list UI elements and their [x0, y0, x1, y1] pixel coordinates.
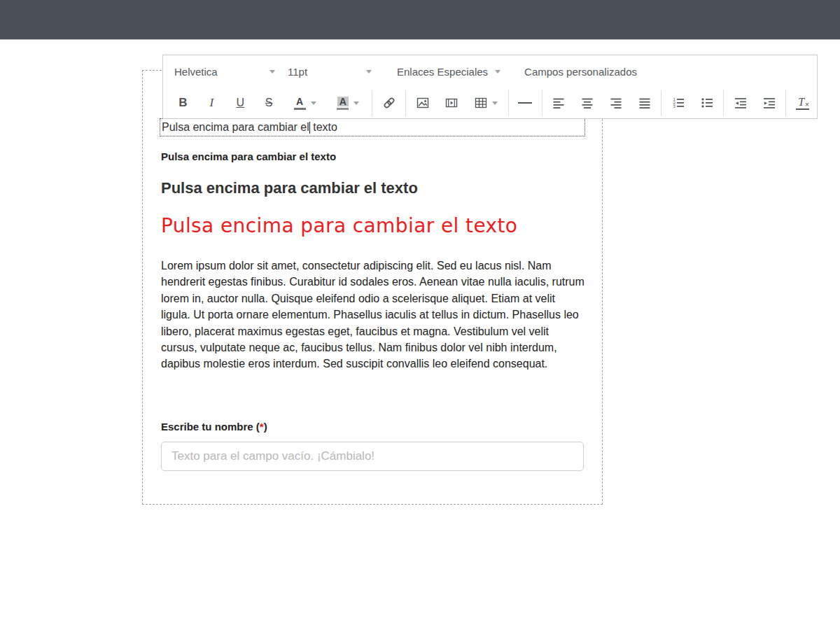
align-center-icon [581, 97, 594, 109]
text-color-icon: A [294, 97, 306, 110]
image-icon [416, 97, 429, 109]
heading-medium[interactable]: Pulsa encima para cambiar el texto [161, 179, 585, 197]
outdent-icon [734, 97, 747, 109]
chevron-down-icon [495, 70, 500, 73]
font-size-select[interactable]: 11pt [288, 66, 376, 78]
indent-icon [763, 97, 776, 109]
toolbar-divider [372, 90, 372, 116]
align-left-icon [552, 97, 565, 109]
toolbar-row-formats: Helvetica 11pt Enlaces Especiales Campos… [163, 55, 817, 87]
text-color-button[interactable]: A [284, 91, 327, 115]
editor-toolbar: Helvetica 11pt Enlaces Especiales Campos… [162, 55, 818, 119]
name-input[interactable] [161, 442, 584, 471]
horizontal-rule-icon [518, 102, 532, 104]
chevron-down-icon [354, 101, 359, 105]
align-right-icon [610, 97, 622, 109]
strikethrough-icon: S [265, 97, 273, 109]
background-color-button[interactable]: A [326, 91, 370, 115]
top-navigation-bar [0, 0, 840, 40]
active-line-text-after: texto [310, 121, 337, 134]
insert-link-button[interactable] [374, 91, 403, 115]
heading-small[interactable]: Pulsa encima para cambiar el texto [161, 150, 585, 162]
name-field-label[interactable]: Escribe tu nombre (*) [161, 421, 585, 433]
font-family-select[interactable]: Helvetica [174, 66, 279, 78]
custom-fields-label: Campos personalizados [524, 66, 637, 78]
special-links-menu[interactable]: Enlaces Especiales [397, 66, 505, 78]
align-left-button[interactable] [545, 91, 573, 115]
heading-large-red[interactable]: Pulsa encima para cambiar el texto [161, 214, 609, 237]
align-right-button[interactable] [602, 91, 631, 115]
link-icon [383, 97, 396, 109]
chevron-down-icon [366, 70, 372, 73]
chevron-down-icon [311, 101, 316, 105]
unordered-list-icon [701, 97, 713, 109]
clear-formatting-button[interactable]: T× [788, 91, 817, 115]
font-family-value: Helvetica [174, 66, 218, 78]
insert-image-button[interactable] [408, 91, 437, 115]
video-icon [445, 97, 458, 109]
outdent-button[interactable] [726, 91, 755, 115]
clear-formatting-icon: T× [796, 96, 809, 110]
font-size-value: 11pt [288, 66, 307, 78]
background-color-icon: A [337, 97, 349, 110]
strikethrough-button[interactable]: S [255, 91, 284, 115]
name-field-label-text: Escribe tu nombre ( [161, 421, 260, 433]
justify-button[interactable] [631, 91, 659, 115]
toolbar-divider [661, 90, 662, 116]
ordered-list-button[interactable]: 123 [664, 91, 692, 115]
custom-fields-menu[interactable]: Campos personalizados [524, 66, 637, 78]
active-edit-line[interactable]: Pulsa encima para cambiar el texto [160, 118, 585, 136]
underline-icon: U [236, 97, 244, 109]
toolbar-divider [723, 90, 724, 116]
toolbar-divider [405, 90, 406, 116]
body-paragraph[interactable]: Lorem ipsum dolor sit amet, consectetur … [161, 258, 585, 372]
underline-button[interactable]: U [226, 91, 255, 115]
active-line-text-before: Pulsa encima para cambiar el [162, 121, 309, 134]
chevron-down-icon [270, 70, 275, 73]
italic-button[interactable]: I [197, 91, 226, 115]
toolbar-divider [508, 90, 509, 116]
indent-button[interactable] [755, 91, 783, 115]
special-links-label: Enlaces Especiales [397, 66, 488, 78]
page: Helvetica 11pt Enlaces Especiales Campos… [0, 0, 840, 632]
justify-icon [638, 97, 651, 109]
align-center-button[interactable] [573, 91, 602, 115]
horizontal-rule-button[interactable] [511, 91, 540, 115]
bold-button[interactable]: B [169, 91, 197, 115]
italic-icon: I [210, 96, 214, 110]
bold-icon: B [178, 96, 187, 110]
ordered-list-icon: 123 [672, 97, 685, 109]
toolbar-row-buttons: B I U S A A [163, 87, 817, 118]
insert-video-button[interactable] [437, 91, 465, 115]
svg-text:3: 3 [673, 104, 676, 108]
unordered-list-button[interactable] [692, 91, 721, 115]
table-icon [475, 97, 487, 109]
name-field-label-close: ) [264, 421, 267, 433]
toolbar-divider [542, 90, 542, 116]
insert-table-button[interactable] [465, 91, 506, 115]
toolbar-divider [785, 90, 786, 116]
chevron-down-icon [492, 101, 498, 105]
